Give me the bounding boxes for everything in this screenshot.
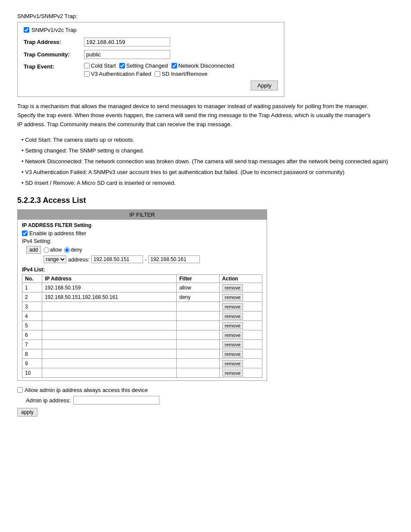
cell-filter (177, 340, 219, 349)
ip-filter-container: IP FILTER IP ADDRESS FILTER Setting Enab… (17, 209, 267, 381)
cold-start-label[interactable]: Cold Start (84, 62, 116, 69)
snmp-box: SNMPv1/v2c Trap Trap Address: Trap Commu… (17, 22, 284, 97)
cell-action: remove (219, 368, 262, 378)
table-row: 2192.168.50.151.192.168.50.161denyremove (22, 292, 262, 302)
remove-button[interactable]: remove (222, 370, 243, 376)
network-disconnected-checkbox[interactable] (171, 63, 177, 68)
col-no: No. (22, 275, 42, 283)
admin-ip-checkbox[interactable] (17, 387, 23, 393)
cell-action: remove (219, 321, 262, 330)
apply-button[interactable]: Apply (251, 81, 278, 90)
enable-filter-row: Enable ip address filter (22, 230, 262, 236)
cell-ip (42, 311, 176, 321)
cell-ip (42, 330, 176, 340)
cell-action: remove (219, 349, 262, 359)
bullet-item-1: Cold Start: The camera starts up or rebo… (22, 136, 394, 145)
cell-filter (177, 330, 219, 340)
cell-filter (177, 302, 219, 311)
apply-row: Apply (24, 81, 278, 90)
trap-event-row-2: V3 Authentication Failed SD Insert/Remov… (84, 71, 234, 77)
bullet-item-5: SD Insert / Remove: A Micro SD card is i… (22, 179, 394, 188)
snmp-checkbox-row: SNMPv1/v2c Trap (24, 27, 278, 33)
cell-filter: deny (177, 292, 219, 302)
cold-start-checkbox[interactable] (84, 63, 90, 68)
enable-filter-checkbox[interactable] (22, 230, 28, 236)
table-row: 3remove (22, 302, 262, 311)
table-row: 6remove (22, 330, 262, 340)
cell-action: remove (219, 340, 262, 349)
cell-no: 9 (22, 359, 42, 368)
remove-button[interactable]: remove (222, 294, 243, 301)
ipv4-setting-label: IPv4 Setting: (22, 238, 262, 244)
trap-event-row-1: Cold Start Setting Changed Network Disco… (84, 62, 234, 69)
allow-radio[interactable] (44, 247, 49, 253)
allow-radio-label[interactable]: allow (44, 247, 62, 253)
v3-auth-checkbox[interactable] (84, 71, 90, 77)
address-from-input[interactable] (91, 255, 143, 263)
remove-button[interactable]: remove (222, 332, 243, 339)
col-action: Action (219, 275, 262, 283)
deny-radio[interactable] (64, 247, 70, 253)
setting-changed-label[interactable]: Setting Changed (119, 62, 168, 69)
admin-ip-allow-label: Allow admin ip address always access thi… (25, 387, 148, 393)
cell-filter (177, 321, 219, 330)
remove-button[interactable]: remove (222, 360, 243, 367)
cell-filter (177, 349, 219, 359)
cell-ip: 192.168.50.151.192.168.50.161 (42, 292, 176, 302)
snmp-section-label: SNMPv1/SNMPv2 Trap: (17, 13, 394, 19)
cell-no: 4 (22, 311, 42, 321)
cell-ip (42, 368, 176, 378)
trap-community-input[interactable] (84, 50, 170, 59)
cell-no: 1 (22, 283, 42, 292)
col-filter: Filter (177, 275, 219, 283)
add-button[interactable]: add (26, 246, 41, 254)
cell-no: 10 (22, 368, 42, 378)
ipv4-range-row: range address: - (44, 255, 262, 263)
cell-filter (177, 311, 219, 321)
table-row: 5remove (22, 321, 262, 330)
setting-changed-checkbox[interactable] (119, 63, 125, 68)
cell-ip (42, 321, 176, 330)
address-to-input[interactable] (148, 255, 200, 263)
cell-action: remove (219, 359, 262, 368)
bullet-list: Cold Start: The camera starts up or rebo… (22, 136, 394, 187)
apply-small-button[interactable]: apply (17, 408, 37, 417)
admin-ip-input[interactable] (73, 396, 159, 404)
enable-filter-label: Enable ip address filter (29, 230, 86, 236)
cell-ip (42, 302, 176, 311)
sd-insert-label[interactable]: SD Insert/Remove (155, 71, 207, 77)
remove-button[interactable]: remove (222, 322, 243, 329)
trap-community-label: Trap Community: (24, 51, 84, 58)
trap-event-label: Trap Event: (24, 62, 84, 70)
cell-filter (177, 359, 219, 368)
cell-ip: 192.168.50.159 (42, 283, 176, 292)
deny-radio-label[interactable]: deny (64, 247, 82, 253)
trap-community-row: Trap Community: (24, 50, 278, 59)
remove-button[interactable]: remove (222, 313, 243, 320)
cell-no: 2 (22, 292, 42, 302)
remove-button[interactable]: remove (222, 284, 243, 291)
ip-table: No. IP Address Filter Action 1192.168.50… (22, 274, 262, 378)
cell-no: 5 (22, 321, 42, 330)
remove-button[interactable]: remove (222, 351, 243, 358)
remove-button[interactable]: remove (222, 341, 243, 348)
cell-no: 3 (22, 302, 42, 311)
sd-insert-checkbox[interactable] (155, 71, 160, 77)
trap-address-row: Trap Address: (24, 37, 278, 47)
remove-button[interactable]: remove (222, 303, 243, 310)
bullet-item-2: Setting changed: The SNMP setting is cha… (22, 146, 394, 156)
table-row: 10remove (22, 368, 262, 378)
table-row: 4remove (22, 311, 262, 321)
snmpv1v2c-checkbox[interactable] (24, 27, 29, 33)
bullet-item-3: Network Disconnected: The network connec… (22, 157, 394, 166)
range-select[interactable]: range (44, 255, 66, 263)
access-list-heading: 5.2.2.3 Access List (17, 196, 394, 205)
cell-no: 6 (22, 330, 42, 340)
cell-action: remove (219, 330, 262, 340)
network-disconnected-label[interactable]: Network Disconnected (171, 62, 234, 69)
admin-ip-label-row: Admin ip address: (26, 396, 394, 404)
v3-auth-label[interactable]: V3 Authentication Failed (84, 71, 151, 77)
trap-address-input[interactable] (84, 37, 170, 47)
cell-action: remove (219, 283, 262, 292)
ipv4-list-label: IPv4 List: (22, 267, 262, 273)
